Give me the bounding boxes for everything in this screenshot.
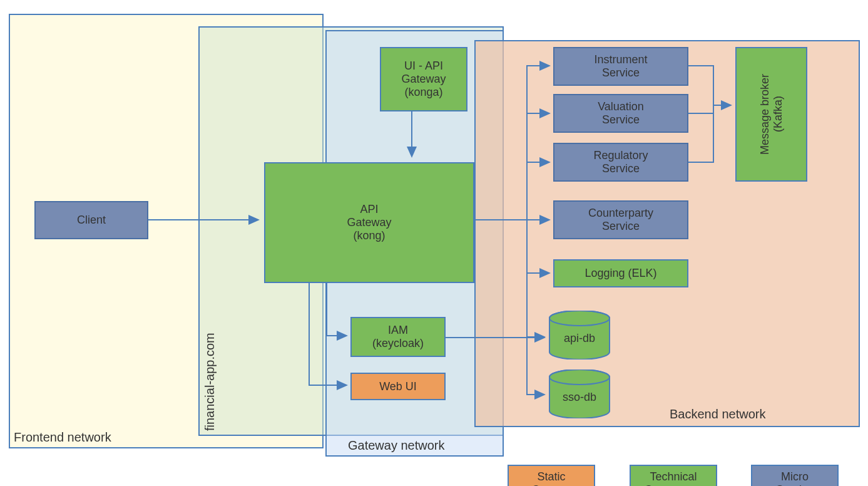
instrument-line2: Service [602,66,640,80]
konga-line1: UI - API [404,59,443,73]
legend-static-l1: Static [537,470,565,483]
legend-static-content: Static Content [508,465,595,486]
domain-label: financial-app.com [203,332,217,432]
regulatory-service-node: Regulatory Service [553,143,688,182]
kong-line1: API [360,203,378,216]
broker-line2: (Kafka) [772,74,785,155]
broker-line1: Message broker [758,74,772,155]
regulatory-line2: Service [602,162,640,175]
logging-node: Logging (ELK) [553,259,688,287]
instrument-service-node: Instrument Service [553,47,688,86]
legend-micro-l2: Service [776,483,814,486]
instrument-line1: Instrument [594,53,647,66]
web-ui-node: Web UI [350,373,446,400]
konga-line2: Gateway [401,73,446,86]
valuation-line2: Service [602,113,640,127]
legend-micro-l1: Micro [781,470,809,483]
client-node: Client [34,201,148,239]
counterparty-line1: Counterparty [588,207,653,220]
legend-tech-l2: Component [644,483,702,486]
sso-db-node: sso-db [548,370,611,418]
legend-technical-component: Technical Component [630,465,717,486]
regulatory-line1: Regulatory [593,149,648,162]
diagram-container: Frontend network financial-app.com Gatew… [0,0,868,486]
api-db-label: api-db [548,332,611,345]
iam-line1: IAM [388,324,408,337]
iam-node: IAM (keycloak) [350,317,446,357]
kong-line2: Gateway [347,216,391,229]
api-db-node: api-db [548,311,611,359]
counterparty-service-node: Counterparty Service [553,200,688,239]
konga-line3: (konga) [404,86,442,99]
valuation-line1: Valuation [598,100,644,113]
gateway-network-label: Gateway network [348,438,445,453]
message-broker-node: Message broker (Kafka) [735,47,807,182]
legend-tech-l1: Technical [650,470,697,483]
web-ui-label: Web UI [379,380,417,393]
legend-micro-service: Micro Service [751,465,839,486]
api-gateway-node: API Gateway (kong) [264,162,474,283]
frontend-network-label: Frontend network [14,430,111,445]
counterparty-line2: Service [602,220,640,233]
client-label: Client [77,214,106,227]
kong-line3: (kong) [353,229,385,242]
legend-static-l2: Content [531,483,571,486]
logging-label: Logging (ELK) [585,267,656,280]
iam-line2: (keycloak) [372,337,424,350]
ui-api-gateway-node: UI - API Gateway (konga) [380,47,467,111]
backend-network-label: Backend network [670,407,765,421]
valuation-service-node: Valuation Service [553,94,688,133]
sso-db-label: sso-db [548,391,611,404]
